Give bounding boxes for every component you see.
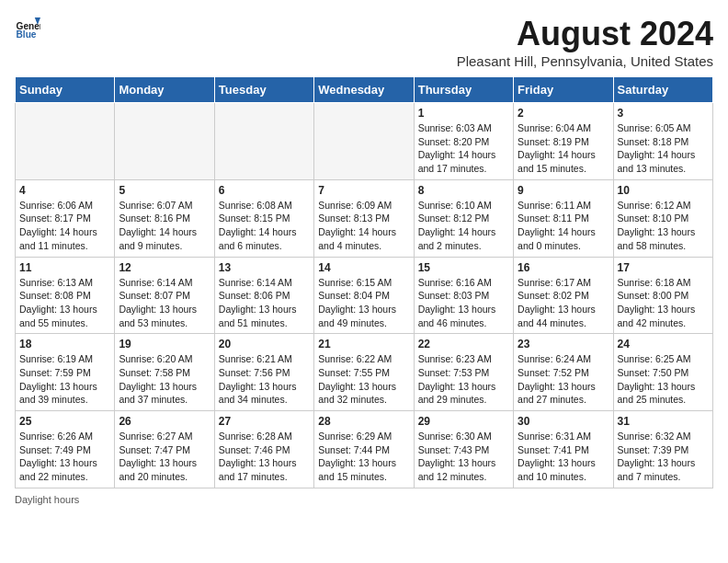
- calendar-day-cell: 17Sunrise: 6:18 AM Sunset: 8:00 PM Dayli…: [613, 257, 712, 334]
- calendar-day-cell: [115, 103, 214, 180]
- calendar-table: SundayMondayTuesdayWednesdayThursdayFrid…: [15, 76, 713, 488]
- calendar-day-cell: 21Sunrise: 6:22 AM Sunset: 7:55 PM Dayli…: [314, 334, 414, 411]
- day-number: 13: [219, 261, 310, 274]
- day-number: 10: [618, 184, 709, 197]
- calendar-header-cell: Saturday: [613, 77, 712, 103]
- calendar-day-cell: 4Sunrise: 6:06 AM Sunset: 8:17 PM Daylig…: [16, 179, 115, 257]
- calendar-day-cell: 3Sunrise: 6:05 AM Sunset: 8:18 PM Daylig…: [613, 103, 712, 180]
- calendar-day-cell: 6Sunrise: 6:08 AM Sunset: 8:15 PM Daylig…: [214, 179, 313, 257]
- day-info: Sunrise: 6:19 AM Sunset: 7:59 PM Dayligh…: [19, 352, 110, 407]
- calendar-day-cell: 31Sunrise: 6:32 AM Sunset: 7:39 PM Dayli…: [613, 411, 712, 488]
- calendar-day-cell: 13Sunrise: 6:14 AM Sunset: 8:06 PM Dayli…: [214, 257, 313, 334]
- day-info: Sunrise: 6:15 AM Sunset: 8:04 PM Dayligh…: [318, 276, 409, 330]
- day-info: Sunrise: 6:04 AM Sunset: 8:19 PM Dayligh…: [518, 121, 609, 176]
- day-info: Sunrise: 6:29 AM Sunset: 7:44 PM Dayligh…: [318, 430, 409, 484]
- calendar-day-cell: 16Sunrise: 6:17 AM Sunset: 8:02 PM Dayli…: [514, 257, 613, 334]
- month-year: August 2024: [457, 15, 713, 53]
- day-number: 20: [219, 338, 310, 350]
- day-number: 19: [119, 338, 210, 350]
- calendar-header-row: SundayMondayTuesdayWednesdayThursdayFrid…: [16, 77, 713, 103]
- calendar-day-cell: 18Sunrise: 6:19 AM Sunset: 7:59 PM Dayli…: [16, 334, 115, 411]
- day-info: Sunrise: 6:32 AM Sunset: 7:39 PM Dayligh…: [618, 430, 709, 484]
- day-number: 3: [618, 107, 709, 120]
- day-info: Sunrise: 6:23 AM Sunset: 7:53 PM Dayligh…: [418, 352, 509, 407]
- calendar-day-cell: 11Sunrise: 6:13 AM Sunset: 8:08 PM Dayli…: [16, 257, 115, 334]
- calendar-day-cell: 12Sunrise: 6:14 AM Sunset: 8:07 PM Dayli…: [115, 257, 214, 334]
- calendar-day-cell: 30Sunrise: 6:31 AM Sunset: 7:41 PM Dayli…: [514, 411, 613, 488]
- day-info: Sunrise: 6:05 AM Sunset: 8:18 PM Dayligh…: [618, 121, 709, 176]
- calendar-day-cell: 14Sunrise: 6:15 AM Sunset: 8:04 PM Dayli…: [314, 257, 414, 334]
- day-info: Sunrise: 6:14 AM Sunset: 8:07 PM Dayligh…: [119, 276, 210, 330]
- day-info: Sunrise: 6:08 AM Sunset: 8:15 PM Dayligh…: [219, 199, 310, 253]
- day-info: Sunrise: 6:13 AM Sunset: 8:08 PM Dayligh…: [19, 276, 110, 330]
- footer-note: Daylight hours: [15, 494, 713, 505]
- day-number: 14: [318, 261, 409, 274]
- day-number: 18: [19, 338, 110, 350]
- day-info: Sunrise: 6:03 AM Sunset: 8:20 PM Dayligh…: [418, 121, 509, 176]
- day-number: 17: [618, 261, 709, 274]
- day-number: 12: [119, 261, 210, 274]
- calendar-day-cell: 10Sunrise: 6:12 AM Sunset: 8:10 PM Dayli…: [613, 179, 712, 257]
- day-number: 28: [318, 415, 409, 428]
- day-number: 6: [219, 184, 310, 197]
- day-info: Sunrise: 6:20 AM Sunset: 7:58 PM Dayligh…: [119, 352, 210, 407]
- day-info: Sunrise: 6:24 AM Sunset: 7:52 PM Dayligh…: [518, 352, 609, 407]
- day-number: 27: [219, 415, 310, 428]
- day-number: 5: [119, 184, 210, 197]
- calendar-day-cell: 22Sunrise: 6:23 AM Sunset: 7:53 PM Dayli…: [414, 334, 513, 411]
- day-info: Sunrise: 6:17 AM Sunset: 8:02 PM Dayligh…: [518, 276, 609, 330]
- day-number: 4: [19, 184, 110, 197]
- day-info: Sunrise: 6:30 AM Sunset: 7:43 PM Dayligh…: [418, 430, 509, 484]
- calendar-day-cell: 7Sunrise: 6:09 AM Sunset: 8:13 PM Daylig…: [314, 179, 414, 257]
- day-number: 29: [418, 415, 509, 428]
- day-info: Sunrise: 6:18 AM Sunset: 8:00 PM Dayligh…: [618, 276, 709, 330]
- svg-text:Blue: Blue: [17, 29, 37, 40]
- day-info: Sunrise: 6:06 AM Sunset: 8:17 PM Dayligh…: [19, 199, 110, 253]
- day-number: 11: [19, 261, 110, 274]
- calendar-day-cell: 2Sunrise: 6:04 AM Sunset: 8:19 PM Daylig…: [514, 103, 613, 180]
- calendar-body: 1Sunrise: 6:03 AM Sunset: 8:20 PM Daylig…: [16, 103, 713, 488]
- day-info: Sunrise: 6:09 AM Sunset: 8:13 PM Dayligh…: [318, 199, 409, 253]
- day-number: 9: [518, 184, 609, 197]
- day-info: Sunrise: 6:26 AM Sunset: 7:49 PM Dayligh…: [19, 430, 110, 484]
- calendar-week-row: 4Sunrise: 6:06 AM Sunset: 8:17 PM Daylig…: [16, 179, 713, 257]
- calendar-day-cell: 15Sunrise: 6:16 AM Sunset: 8:03 PM Dayli…: [414, 257, 513, 334]
- calendar-header-cell: Thursday: [414, 77, 513, 103]
- calendar-week-row: 18Sunrise: 6:19 AM Sunset: 7:59 PM Dayli…: [16, 334, 713, 411]
- day-info: Sunrise: 6:28 AM Sunset: 7:46 PM Dayligh…: [219, 430, 310, 484]
- day-info: Sunrise: 6:11 AM Sunset: 8:11 PM Dayligh…: [518, 199, 609, 253]
- calendar-day-cell: [314, 103, 414, 180]
- calendar-day-cell: 8Sunrise: 6:10 AM Sunset: 8:12 PM Daylig…: [414, 179, 513, 257]
- day-number: 8: [418, 184, 509, 197]
- calendar-day-cell: 24Sunrise: 6:25 AM Sunset: 7:50 PM Dayli…: [613, 334, 712, 411]
- calendar-day-cell: 29Sunrise: 6:30 AM Sunset: 7:43 PM Dayli…: [414, 411, 513, 488]
- calendar-day-cell: 5Sunrise: 6:07 AM Sunset: 8:16 PM Daylig…: [115, 179, 214, 257]
- logo-icon: General Blue: [15, 15, 40, 40]
- calendar-day-cell: 19Sunrise: 6:20 AM Sunset: 7:58 PM Dayli…: [115, 334, 214, 411]
- day-info: Sunrise: 6:10 AM Sunset: 8:12 PM Dayligh…: [418, 199, 509, 253]
- calendar-header-cell: Sunday: [16, 77, 115, 103]
- day-number: 24: [618, 338, 709, 350]
- day-number: 23: [518, 338, 609, 350]
- day-info: Sunrise: 6:22 AM Sunset: 7:55 PM Dayligh…: [318, 352, 409, 407]
- day-number: 21: [318, 338, 409, 350]
- day-number: 7: [318, 184, 409, 197]
- day-info: Sunrise: 6:27 AM Sunset: 7:47 PM Dayligh…: [119, 430, 210, 484]
- calendar-day-cell: [214, 103, 313, 180]
- day-info: Sunrise: 6:25 AM Sunset: 7:50 PM Dayligh…: [618, 352, 709, 407]
- calendar-week-row: 25Sunrise: 6:26 AM Sunset: 7:49 PM Dayli…: [16, 411, 713, 488]
- calendar-day-cell: 20Sunrise: 6:21 AM Sunset: 7:56 PM Dayli…: [214, 334, 313, 411]
- day-number: 1: [418, 107, 509, 120]
- day-number: 26: [119, 415, 210, 428]
- logo: General Blue: [15, 15, 40, 40]
- day-info: Sunrise: 6:21 AM Sunset: 7:56 PM Dayligh…: [219, 352, 310, 407]
- calendar-day-cell: 25Sunrise: 6:26 AM Sunset: 7:49 PM Dayli…: [16, 411, 115, 488]
- location: Pleasant Hill, Pennsylvania, United Stat…: [457, 53, 713, 69]
- day-number: 22: [418, 338, 509, 350]
- header: General Blue August 2024 Pleasant Hill, …: [15, 15, 713, 69]
- title-area: August 2024 Pleasant Hill, Pennsylvania,…: [457, 15, 713, 69]
- calendar-header-cell: Tuesday: [214, 77, 313, 103]
- day-info: Sunrise: 6:12 AM Sunset: 8:10 PM Dayligh…: [618, 199, 709, 253]
- calendar-week-row: 1Sunrise: 6:03 AM Sunset: 8:20 PM Daylig…: [16, 103, 713, 180]
- calendar-day-cell: 27Sunrise: 6:28 AM Sunset: 7:46 PM Dayli…: [214, 411, 313, 488]
